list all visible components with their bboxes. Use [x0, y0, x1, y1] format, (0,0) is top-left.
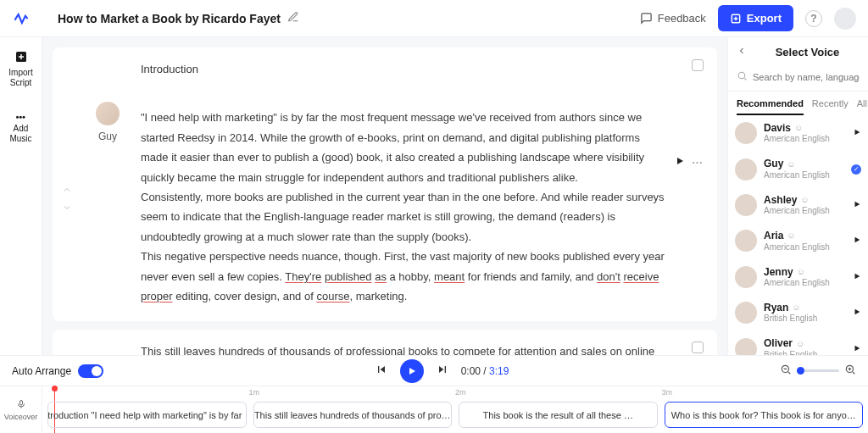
voice-language: American English: [764, 278, 846, 288]
script-text[interactable]: This still leaves hundreds of thousands …: [141, 341, 666, 355]
voice-name: Aria: [764, 230, 783, 241]
voice-play-icon[interactable]: [853, 344, 861, 354]
smile-icon: ☺: [787, 159, 795, 169]
script-block[interactable]: Guy This still leaves hundreds of thousa…: [53, 330, 717, 355]
voice-play-icon[interactable]: [853, 308, 861, 318]
smile-icon: ☺: [794, 123, 803, 133]
play-bar: Auto Arrange 0:00 / 3:19: [0, 355, 868, 386]
timeline-clip[interactable]: Introduction "I need help with marketing…: [47, 402, 247, 428]
play-block-icon[interactable]: [675, 156, 685, 169]
smile-icon: ☺: [797, 267, 805, 277]
mic-icon: [16, 399, 26, 411]
tab-all[interactable]: All: [857, 98, 867, 115]
voice-row[interactable]: Oliver ☺British English: [728, 330, 868, 355]
help-icon[interactable]: ?: [805, 10, 822, 27]
search-icon: [737, 70, 748, 84]
panel-title: Select Voice: [755, 46, 860, 58]
voice-search-input[interactable]: [753, 72, 860, 82]
zoom-in-icon[interactable]: [844, 364, 856, 378]
edit-title-icon[interactable]: [287, 11, 299, 25]
zoom-out-icon[interactable]: [780, 364, 792, 378]
voice-language: British English: [764, 314, 846, 324]
voice-play-icon[interactable]: [853, 272, 861, 282]
smile-icon: ☺: [787, 230, 795, 241]
svg-point-5: [738, 72, 745, 79]
block-checkbox[interactable]: [692, 341, 704, 353]
export-label: Export: [747, 12, 782, 25]
app-logo[interactable]: [0, 10, 42, 27]
timeline-clip[interactable]: This still leaves hundreds of thousands …: [253, 402, 453, 428]
svg-rect-8: [19, 400, 22, 405]
svg-point-2: [16, 116, 19, 119]
title-text: How to Market a Book by Ricardo Fayet: [58, 12, 281, 25]
voice-play-icon[interactable]: [853, 128, 861, 138]
voice-panel: Select Voice Recommended Recently All Da…: [727, 37, 868, 355]
play-button[interactable]: [400, 359, 424, 383]
import-script-button[interactable]: Import Script: [8, 49, 32, 88]
voice-row[interactable]: Davis ☺American English: [728, 115, 868, 151]
export-button[interactable]: Export: [718, 5, 793, 31]
voice-play-icon[interactable]: [853, 200, 861, 210]
chevron-up-icon[interactable]: [62, 185, 72, 197]
tool-sidebar: Import Script Add Music: [0, 37, 42, 355]
feedback-label: Feedback: [658, 12, 706, 25]
voice-row[interactable]: Ryan ☺British English: [728, 295, 868, 330]
user-avatar[interactable]: [834, 8, 856, 30]
script-editor: Guy Introduction "I need help with marke…: [42, 37, 727, 355]
voice-row[interactable]: Ashley ☺American English: [728, 187, 868, 223]
smile-icon: ☺: [800, 195, 809, 205]
voice-row[interactable]: Guy ☺American English✓: [728, 151, 868, 186]
voice-name: Guy: [764, 158, 783, 169]
speaker-name: Guy: [98, 130, 117, 142]
voice-name: Oliver: [764, 337, 793, 349]
block-more-icon[interactable]: ⋯: [692, 156, 704, 169]
time-display: 0:00 / 3:19: [461, 365, 509, 377]
timeline-clip[interactable]: This book is the result of all these …: [459, 402, 658, 428]
timeline: Voiceover 1m 2m 3m Introduction "I need …: [0, 386, 868, 433]
add-music-button[interactable]: Add Music: [9, 105, 31, 144]
add-music-label: Add Music: [9, 124, 31, 144]
feedback-button[interactable]: Feedback: [640, 12, 706, 25]
smile-icon: ☺: [792, 303, 800, 313]
auto-arrange-toggle[interactable]: [78, 364, 103, 378]
voice-avatar: [735, 158, 757, 180]
voice-avatar: [735, 194, 757, 216]
zoom-slider[interactable]: [797, 369, 839, 372]
block-checkbox[interactable]: [692, 59, 704, 71]
timeline-clip[interactable]: Who is this book for? This book is for a…: [665, 402, 864, 428]
voice-language: American English: [764, 170, 844, 180]
auto-arrange-label: Auto Arrange: [12, 365, 71, 377]
script-block[interactable]: Guy Introduction "I need help with marke…: [53, 47, 717, 321]
panel-back-icon[interactable]: [737, 46, 747, 58]
timeline-body[interactable]: 1m 2m 3m Introduction "I need help with …: [42, 386, 868, 433]
svg-point-3: [19, 116, 21, 119]
block-title: Introduction: [141, 59, 666, 79]
voice-avatar: [735, 230, 757, 252]
svg-point-4: [22, 116, 25, 119]
top-bar: How to Market a Book by Ricardo Fayet Fe…: [0, 0, 868, 37]
voice-language: American English: [764, 134, 846, 144]
speaker-avatar[interactable]: [96, 102, 120, 125]
voice-name: Ashley: [764, 194, 797, 206]
tab-recently[interactable]: Recently: [812, 98, 849, 115]
voice-row[interactable]: Jenny ☺American English: [728, 259, 868, 295]
voice-name: Jenny: [764, 266, 793, 278]
voice-language: American English: [764, 242, 846, 253]
skip-back-icon[interactable]: [375, 363, 388, 379]
timeline-track-label: Voiceover: [4, 413, 38, 421]
voice-row[interactable]: Aria ☺American English: [728, 223, 868, 258]
voice-avatar: [735, 302, 757, 324]
smile-icon: ☺: [796, 339, 804, 349]
import-script-label: Import Script: [8, 68, 32, 88]
voice-name: Ryan: [764, 302, 788, 314]
tab-recommended[interactable]: Recommended: [737, 98, 804, 115]
skip-forward-icon[interactable]: [436, 363, 449, 379]
script-text[interactable]: Introduction "I need help with marketing…: [141, 59, 666, 306]
voice-play-icon[interactable]: [853, 236, 861, 246]
chevron-down-icon[interactable]: [62, 203, 72, 215]
voice-language: American English: [764, 206, 846, 216]
voice-avatar: [735, 122, 757, 144]
voice-selected-icon: ✓: [851, 164, 861, 175]
voice-name: Davis: [764, 122, 791, 134]
voice-avatar: [735, 338, 757, 355]
